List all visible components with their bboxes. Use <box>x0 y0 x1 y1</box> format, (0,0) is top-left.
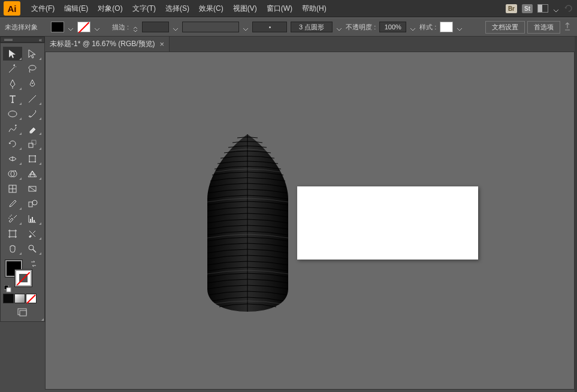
right-panel-strip[interactable] <box>575 37 577 392</box>
perspective-grid-tool[interactable] <box>23 167 43 180</box>
svg-rect-22 <box>10 231 16 237</box>
menu-effect[interactable]: 效果(C) <box>194 4 228 14</box>
svg-rect-4 <box>32 140 36 144</box>
eraser-tool[interactable] <box>23 122 43 135</box>
svg-point-8 <box>29 161 30 162</box>
menu-type[interactable]: 文字(T) <box>128 4 161 14</box>
svg-rect-19 <box>30 219 31 222</box>
stroke-color-swatch[interactable] <box>15 270 32 287</box>
stroke-width-input[interactable] <box>142 22 169 32</box>
lasso-tool[interactable] <box>23 62 43 76</box>
menu-select[interactable]: 选择(S) <box>161 4 194 14</box>
svg-rect-25 <box>7 288 11 292</box>
shaper-tool[interactable] <box>3 122 22 135</box>
screen-mode-button[interactable] <box>16 307 29 318</box>
selection-status: 未选择对象 <box>5 23 38 32</box>
chevron-down-icon[interactable] <box>336 24 342 30</box>
fill-swatch[interactable] <box>51 22 64 32</box>
preferences-button[interactable]: 首选项 <box>527 21 560 34</box>
brush-definition-dropdown[interactable] <box>182 22 239 32</box>
pen-tool[interactable] <box>3 77 22 91</box>
tool-panel-handle[interactable]: « <box>0 37 45 43</box>
svg-point-15 <box>32 200 37 205</box>
svg-rect-20 <box>32 217 33 222</box>
profile-name-input[interactable] <box>291 22 333 32</box>
paintbrush-tool[interactable] <box>23 107 43 120</box>
chevron-down-icon[interactable] <box>410 24 416 30</box>
document-tab-bar: 未标题-1* @ 16.67% (RGB/预览) × <box>45 37 575 52</box>
default-colors-icon[interactable] <box>4 284 11 291</box>
variable-width-profile[interactable] <box>252 22 287 32</box>
menu-file[interactable]: 文件(F) <box>26 4 59 14</box>
symbol-sprayer-tool[interactable] <box>3 212 22 225</box>
svg-rect-3 <box>29 143 33 147</box>
color-mode-gradient[interactable] <box>14 294 25 303</box>
menu-edit[interactable]: 编辑(E) <box>59 4 93 14</box>
style-label: 样式 : <box>419 23 436 32</box>
color-swatch-area <box>3 259 42 289</box>
stroke-width-label: 描边 : <box>112 23 129 32</box>
magic-wand-tool[interactable] <box>3 62 22 76</box>
document-setup-button[interactable]: 文档设置 <box>485 21 525 34</box>
style-swatch[interactable] <box>440 22 453 32</box>
blend-tool[interactable] <box>23 197 43 210</box>
color-mode-none[interactable] <box>26 294 37 303</box>
chevron-down-icon[interactable] <box>457 24 463 30</box>
chevron-down-icon[interactable] <box>68 24 74 30</box>
stock-badge[interactable]: St <box>522 4 533 13</box>
free-transform-tool[interactable] <box>23 152 43 165</box>
eyedropper-tool[interactable] <box>3 197 22 210</box>
stroke-swatch[interactable] <box>77 22 90 32</box>
slice-tool[interactable] <box>23 227 43 240</box>
ellipse-tool[interactable] <box>3 107 22 120</box>
svg-point-9 <box>35 161 36 162</box>
column-graph-tool[interactable] <box>23 212 43 225</box>
app-logo-icon: Ai <box>4 1 20 16</box>
svg-point-6 <box>29 155 30 156</box>
close-icon[interactable]: × <box>160 40 165 49</box>
chevron-down-icon[interactable] <box>553 5 559 11</box>
blend-object <box>195 133 300 313</box>
svg-point-17 <box>8 218 10 219</box>
shape-builder-tool[interactable] <box>3 167 22 180</box>
canvas-area[interactable] <box>45 52 575 390</box>
artboard <box>297 186 478 260</box>
hand-tool[interactable] <box>3 242 22 255</box>
stepper-icon[interactable] <box>132 24 138 30</box>
svg-point-2 <box>8 111 17 117</box>
menu-window[interactable]: 窗口(W) <box>262 4 297 14</box>
sync-icon[interactable] <box>564 4 573 13</box>
bridge-badge[interactable]: Br <box>506 4 517 13</box>
width-tool[interactable] <box>3 152 22 165</box>
selection-tool[interactable] <box>3 47 22 61</box>
curvature-tool[interactable] <box>23 77 43 91</box>
color-mode-solid[interactable] <box>3 294 14 303</box>
zoom-tool[interactable] <box>23 242 43 255</box>
svg-point-0 <box>29 65 36 70</box>
type-tool[interactable] <box>3 92 22 105</box>
artboard-tool[interactable] <box>3 227 22 240</box>
document-tab[interactable]: 未标题-1* @ 16.67% (RGB/预览) × <box>45 37 170 52</box>
mesh-tool[interactable] <box>3 182 22 195</box>
svg-rect-21 <box>34 220 35 222</box>
menu-object[interactable]: 对象(O) <box>93 4 127 14</box>
options-bar: 未选择对象 描边 : 不透明度 : 样式 : 文档设置 首选项 <box>0 17 577 37</box>
document-tab-label: 未标题-1* @ 16.67% (RGB/预览) <box>50 39 155 49</box>
opacity-label: 不透明度 : <box>346 23 376 32</box>
scale-tool[interactable] <box>23 137 43 150</box>
direct-selection-tool[interactable] <box>23 47 43 61</box>
svg-rect-5 <box>29 156 35 162</box>
chevron-down-icon[interactable] <box>173 24 179 30</box>
opacity-input[interactable] <box>379 22 406 32</box>
rotate-tool[interactable] <box>3 137 22 150</box>
line-tool[interactable] <box>23 92 43 105</box>
workspace-switcher-icon[interactable] <box>537 4 548 13</box>
menu-help[interactable]: 帮助(H) <box>297 4 331 14</box>
gradient-tool[interactable] <box>23 182 43 195</box>
svg-point-16 <box>10 216 11 217</box>
chevron-down-icon[interactable] <box>243 24 249 30</box>
swap-colors-icon[interactable] <box>30 259 37 266</box>
menu-view[interactable]: 视图(V) <box>228 4 262 14</box>
pin-icon[interactable] <box>563 22 572 32</box>
chevron-down-icon[interactable] <box>94 24 100 30</box>
